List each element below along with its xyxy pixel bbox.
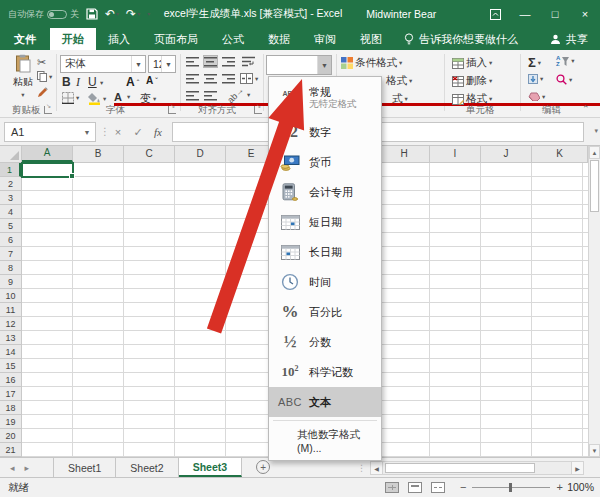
conditional-formatting-button[interactable]: 条件格式▾ xyxy=(341,56,402,70)
column-header-J[interactable]: J xyxy=(481,146,532,162)
zoom-slider-thumb[interactable] xyxy=(509,483,512,492)
insert-function-button[interactable]: fx xyxy=(148,122,168,142)
tab-开始[interactable]: 开始 xyxy=(50,28,96,50)
tab-splitter[interactable]: ⋮ xyxy=(357,463,366,473)
row-header-3[interactable]: 3 xyxy=(0,191,21,205)
font-size-combo[interactable]: 12▼ xyxy=(148,55,176,73)
redo-button[interactable]: ↷▾ xyxy=(126,8,140,20)
tab-公式[interactable]: 公式 xyxy=(210,28,256,50)
format-painter-button[interactable] xyxy=(37,87,48,98)
bold-button[interactable]: B xyxy=(62,75,71,89)
menu-item-number[interactable]: 12数字 xyxy=(269,117,381,147)
cancel-button[interactable]: × xyxy=(108,122,128,142)
clear-button[interactable]: ▾ xyxy=(528,92,545,101)
sheet-tab-sheet3[interactable]: Sheet3 xyxy=(179,458,242,477)
column-header-H[interactable]: H xyxy=(379,146,430,162)
fill-button[interactable]: ▾ xyxy=(528,74,543,84)
font-dialog-launcher[interactable] xyxy=(168,106,176,114)
delete-cells-button[interactable]: 删除▾ xyxy=(452,74,492,88)
select-all-corner[interactable] xyxy=(0,146,22,162)
vertical-scroll-thumb[interactable] xyxy=(590,160,599,212)
column-header-C[interactable]: C xyxy=(124,146,175,162)
number-format-dropdown-icon[interactable]: ▼ xyxy=(317,56,331,74)
tab-数据[interactable]: 数据 xyxy=(256,28,302,50)
top-align-button[interactable] xyxy=(186,56,199,67)
row-header-14[interactable]: 14 xyxy=(0,345,21,359)
row-header-11[interactable]: 11 xyxy=(0,303,21,317)
bottom-align-button[interactable] xyxy=(222,56,235,67)
save-button[interactable] xyxy=(86,8,98,20)
menu-item-text[interactable]: ABC文本 xyxy=(269,387,381,417)
row-header-21[interactable]: 21 xyxy=(0,443,21,457)
row-header-5[interactable]: 5 xyxy=(0,219,21,233)
row-header-10[interactable]: 10 xyxy=(0,289,21,303)
column-header-D[interactable]: D xyxy=(175,146,226,162)
copy-button[interactable]: ▾ xyxy=(37,71,52,82)
menu-item-currency[interactable]: 货币 xyxy=(269,147,381,177)
tab-视图[interactable]: 视图 xyxy=(348,28,394,50)
phonetic-button[interactable]: 变▾ xyxy=(140,91,156,106)
share-button[interactable]: 共享 xyxy=(538,28,600,50)
row-header-7[interactable]: 7 xyxy=(0,247,21,261)
find-select-button[interactable]: ▾ xyxy=(556,74,572,85)
increase-indent-button[interactable] xyxy=(204,90,217,101)
column-header-A[interactable]: A xyxy=(22,146,73,162)
maximize-button[interactable]: □ xyxy=(540,0,570,28)
row-header-8[interactable]: 8 xyxy=(0,261,21,275)
ribbon-display-options-button[interactable] xyxy=(480,0,510,28)
row-header-2[interactable]: 2 xyxy=(0,177,21,191)
row-header-19[interactable]: 19 xyxy=(0,415,21,429)
menu-item-accounting[interactable]: 会计专用 xyxy=(269,177,381,207)
horizontal-scroll-thumb[interactable] xyxy=(385,463,535,473)
prev-sheet-icon[interactable]: ◂ xyxy=(10,463,15,473)
tab-插入[interactable]: 插入 xyxy=(96,28,142,50)
column-header-B[interactable]: B xyxy=(73,146,124,162)
horizontal-scrollbar[interactable]: ◀ ▶ xyxy=(370,461,584,475)
clipboard-dialog-launcher[interactable] xyxy=(44,106,52,114)
row-header-4[interactable]: 4 xyxy=(0,205,21,219)
sheet-tab-sheet2[interactable]: Sheet2 xyxy=(116,458,178,477)
row-header-9[interactable]: 9 xyxy=(0,275,21,289)
decrease-font-button[interactable]: Aˇ xyxy=(146,75,158,86)
minimize-button[interactable]: — xyxy=(510,0,540,28)
middle-align-button[interactable] xyxy=(204,56,217,67)
menu-item-percent[interactable]: %百分比 xyxy=(269,297,381,327)
tab-审阅[interactable]: 审阅 xyxy=(302,28,348,50)
format-as-table-button[interactable]: 格式▾ xyxy=(386,74,412,88)
column-header-K[interactable]: K xyxy=(532,146,588,162)
row-header-18[interactable]: 18 xyxy=(0,401,21,415)
row-header-20[interactable]: 20 xyxy=(0,429,21,443)
zoom-out-button[interactable]: − xyxy=(460,481,466,493)
tell-me-box[interactable]: 告诉我你想要做什么 xyxy=(394,28,528,50)
vertical-scrollbar[interactable]: ▲ ▼ xyxy=(588,146,600,457)
menu-item-fraction[interactable]: ½分数 xyxy=(269,327,381,357)
menu-item-general[interactable]: ABC123常规无特定格式 xyxy=(269,79,381,117)
page-break-view-button[interactable] xyxy=(431,482,445,493)
decrease-indent-button[interactable] xyxy=(186,90,199,101)
undo-dropdown-icon[interactable]: ▾ xyxy=(116,11,119,17)
enter-button[interactable]: ✓ xyxy=(128,122,148,142)
name-box[interactable]: A1 ▼ xyxy=(4,122,96,142)
zoom-slider[interactable] xyxy=(472,487,550,488)
row-header-1[interactable]: 1 xyxy=(0,163,21,177)
insert-cells-button[interactable]: 插入▾ xyxy=(452,56,492,70)
customize-qat-button[interactable]: ▾ xyxy=(147,11,150,17)
merge-center-button[interactable]: ▾ xyxy=(240,73,258,84)
normal-view-button[interactable] xyxy=(385,482,399,493)
fill-color-button[interactable]: ▾ xyxy=(88,92,106,105)
scroll-down-icon[interactable]: ▼ xyxy=(589,444,600,457)
align-center-button[interactable] xyxy=(204,73,217,84)
row-header-12[interactable]: 12 xyxy=(0,317,21,331)
sheet-tab-sheet1[interactable]: Sheet1 xyxy=(53,458,116,477)
menu-item-time[interactable]: 时间 xyxy=(269,267,381,297)
tab-file[interactable]: 文件 xyxy=(0,28,50,50)
orientation-button[interactable]: ab→ ▾ xyxy=(226,90,250,100)
page-layout-view-button[interactable] xyxy=(408,482,422,493)
scroll-right-icon[interactable]: ▶ xyxy=(571,461,584,475)
increase-font-button[interactable]: Aˆ xyxy=(126,75,139,89)
scroll-up-icon[interactable]: ▲ xyxy=(589,146,600,159)
zoom-in-button[interactable]: + xyxy=(556,481,562,493)
borders-button[interactable]: ▾ xyxy=(62,92,79,104)
alignment-dialog-launcher[interactable] xyxy=(254,106,262,114)
paste-button[interactable]: 粘贴 ▾ xyxy=(8,54,38,99)
